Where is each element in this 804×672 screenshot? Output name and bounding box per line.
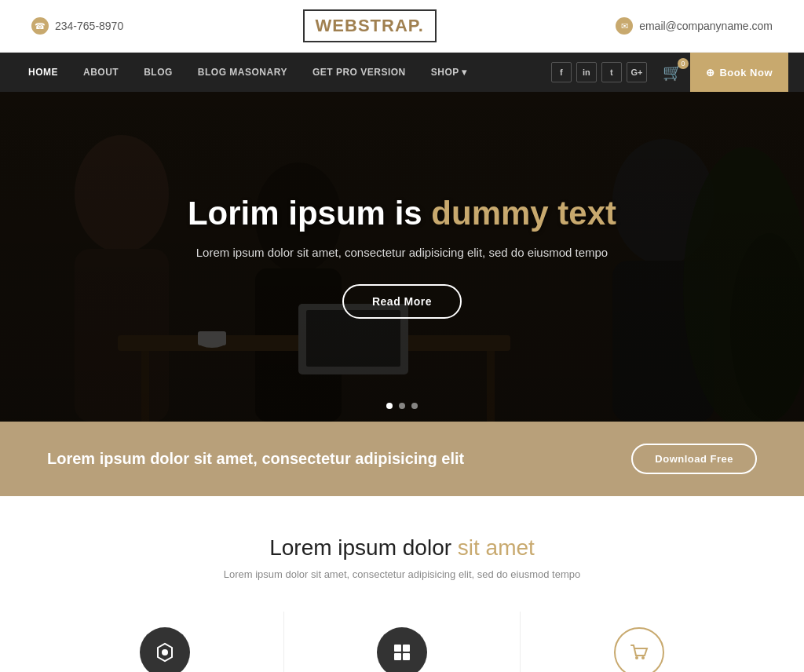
social-gplus[interactable]: G+ bbox=[627, 62, 647, 82]
section-subtitle: Lorem ipsum dolor sit amet, consectetur … bbox=[47, 568, 757, 580]
svg-rect-21 bbox=[403, 653, 410, 660]
nav-link-home[interactable]: HOME bbox=[16, 53, 71, 92]
hero-content: Lorim ipsum is dummy text Lorem ipsum do… bbox=[166, 195, 638, 319]
hero-dot-1[interactable] bbox=[386, 403, 393, 409]
nav-link-shop[interactable]: SHOP ▾ bbox=[418, 53, 480, 92]
icon-card-2 bbox=[284, 612, 521, 672]
icon-card-1 bbox=[47, 612, 284, 672]
social-twitter[interactable]: t bbox=[601, 62, 622, 82]
email-icon: ✉ bbox=[616, 17, 633, 35]
phone-number: 234-765-8970 bbox=[55, 20, 123, 32]
social-icons: f in t G+ bbox=[551, 62, 647, 82]
hero-title-accent: dummy text bbox=[431, 195, 616, 232]
section-title: Lorem ipsum dolor sit amet bbox=[47, 535, 757, 561]
icon-cards bbox=[47, 612, 757, 672]
svg-point-23 bbox=[641, 656, 645, 659]
hero-title-normal: Lorim ipsum is bbox=[188, 195, 431, 232]
icon-circle-1 bbox=[140, 627, 190, 672]
top-bar-right: ✉ email@companyname.com bbox=[616, 17, 773, 35]
svg-rect-20 bbox=[394, 653, 401, 660]
book-now-label: Book Now bbox=[719, 67, 773, 79]
email-address: email@companyname.com bbox=[639, 20, 773, 32]
cart-badge: 0 bbox=[678, 58, 689, 69]
social-facebook[interactable]: f bbox=[551, 62, 572, 82]
navbar: HOME ABOUT BLOG BLOG MASONARY GET PRO VE… bbox=[0, 53, 804, 92]
features-section: Lorem ipsum dolor sit amet Lorem ipsum d… bbox=[0, 496, 804, 672]
book-icon: ⊕ bbox=[706, 67, 715, 79]
icon-circle-3 bbox=[614, 627, 664, 672]
site-logo[interactable]: WEBSTRAP. bbox=[303, 9, 437, 42]
logo-text-main: WEB bbox=[316, 16, 358, 35]
cart-icon[interactable]: 🛒 0 bbox=[663, 63, 682, 82]
hero-section: Lorim ipsum is dummy text Lorem ipsum do… bbox=[0, 92, 804, 422]
social-linkedin[interactable]: in bbox=[576, 62, 597, 82]
nav-links: HOME ABOUT BLOG BLOG MASONARY GET PRO VE… bbox=[16, 53, 543, 92]
phone-icon: ☎ bbox=[31, 17, 49, 35]
hero-subtitle: Lorem ipsum dolor sit amet, consectetur … bbox=[166, 243, 638, 262]
hero-dots bbox=[386, 403, 418, 409]
nav-link-blog[interactable]: BLOG bbox=[131, 53, 185, 92]
top-bar: ☎ 234-765-8970 WEBSTRAP. ✉ email@company… bbox=[0, 0, 804, 53]
section-title-normal: Lorem ipsum dolor bbox=[269, 535, 458, 560]
hero-read-more-button[interactable]: Read More bbox=[342, 284, 462, 319]
banner-text: Lorem ipsum dolor sit amet, consectetur … bbox=[47, 450, 464, 468]
svg-rect-19 bbox=[403, 645, 410, 652]
nav-link-blog-masonary[interactable]: BLOG MASONARY bbox=[185, 53, 300, 92]
svg-point-22 bbox=[635, 656, 638, 659]
top-bar-left: ☎ 234-765-8970 bbox=[31, 17, 123, 35]
section-title-accent: sit amet bbox=[458, 535, 535, 560]
icon-circle-2 bbox=[377, 627, 427, 672]
logo-text-accent: STRAP. bbox=[358, 16, 424, 35]
hero-title: Lorim ipsum is dummy text bbox=[166, 195, 638, 232]
svg-point-17 bbox=[162, 649, 168, 656]
cta-banner: Lorem ipsum dolor sit amet, consectetur … bbox=[0, 422, 804, 496]
icon-card-3 bbox=[521, 612, 757, 672]
book-now-button[interactable]: ⊕ Book Now bbox=[690, 53, 788, 92]
hero-dot-2[interactable] bbox=[399, 403, 405, 409]
nav-link-about[interactable]: ABOUT bbox=[71, 53, 131, 92]
download-free-button[interactable]: Download Free bbox=[631, 444, 757, 474]
svg-rect-18 bbox=[394, 645, 401, 652]
hero-dot-3[interactable] bbox=[411, 403, 418, 409]
nav-link-pro[interactable]: GET PRO VERSION bbox=[300, 53, 418, 92]
